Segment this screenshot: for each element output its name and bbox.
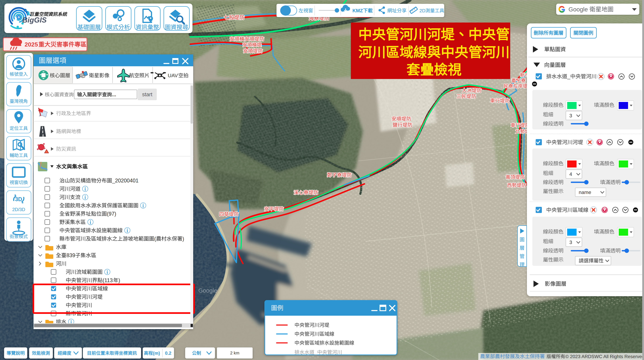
svg-text:name: name	[579, 189, 591, 195]
svg-text:KMZ: KMZ	[352, 8, 363, 13]
svg-text:3: 3	[569, 113, 572, 118]
svg-text:BigGIS: BigGIS	[22, 16, 47, 24]
svg-text:(97): (97)	[107, 211, 116, 217]
svg-text:(113: (113	[102, 277, 113, 283]
svg-text:_: _	[314, 350, 317, 355]
svg-text:3: 3	[569, 240, 572, 245]
svg-text:_20200401: _20200401	[112, 178, 138, 184]
svg-text:3D: 3D	[15, 196, 22, 202]
svg-text:2D: 2D	[420, 8, 426, 13]
svg-text:0.2: 0.2	[165, 351, 172, 356]
svg-text:): )	[118, 277, 120, 283]
svg-text:2 km: 2 km	[230, 351, 240, 355]
svg-text:© 2023 ARDSWC All Rights Reser: © 2023 ARDSWC All Rights Reserved.	[565, 354, 644, 359]
svg-text:(: (	[154, 236, 156, 242]
svg-text:839: 839	[66, 252, 75, 258]
svg-text:start: start	[142, 91, 152, 97]
svg-text:2025: 2025	[24, 41, 38, 48]
svg-text:_: _	[567, 73, 570, 79]
svg-text:): )	[182, 236, 184, 242]
svg-text:(m): (m)	[153, 351, 160, 356]
svg-text:4: 4	[569, 171, 572, 177]
svg-text:UAV: UAV	[168, 72, 178, 78]
svg-text:...: ...	[112, 92, 116, 97]
svg-text:2D/3D: 2D/3D	[12, 207, 25, 212]
svg-text:Google: Google	[568, 6, 588, 13]
svg-text:Google: Google	[198, 287, 217, 294]
